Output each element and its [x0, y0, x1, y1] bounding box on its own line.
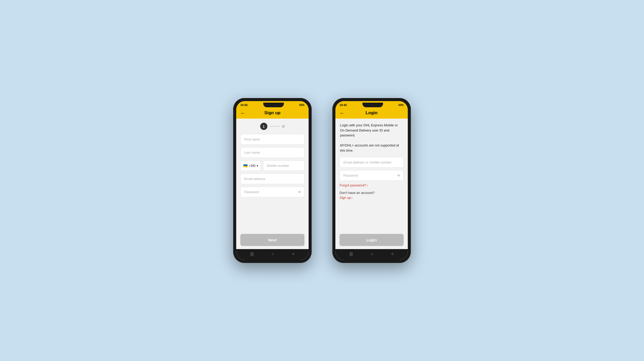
login-desc-main: Login with your DHL Express Mobile or On…: [340, 123, 398, 137]
login-eye-icon[interactable]: 👁: [397, 174, 401, 178]
signup-link-chevron: ›: [351, 196, 352, 200]
phone-row: 🇺🇦 +380 ▾: [240, 160, 304, 171]
login-phone: 14:42 63% ← Login Login with your DHL Ex…: [332, 98, 411, 263]
last-name-group: [240, 147, 304, 158]
step-line: [269, 126, 280, 127]
nav-back-icon[interactable]: <: [292, 252, 294, 256]
login-spacer: [340, 200, 404, 234]
step-2-dot: [282, 125, 285, 128]
login-bottom-nav: ||| ○ <: [335, 249, 408, 260]
login-header: ← Login: [335, 108, 408, 119]
signup-link[interactable]: Sign up ›: [340, 196, 404, 200]
signup-title: Sign up: [264, 110, 280, 116]
login-email-group: [340, 157, 404, 168]
mobile-input[interactable]: [263, 160, 304, 171]
login-description: Login with your DHL Express Mobile or On…: [340, 123, 404, 153]
chevron-down-icon: ▾: [257, 164, 258, 168]
signup-notch: [263, 103, 284, 107]
email-group: [240, 174, 304, 184]
signup-link-label: Sign up: [340, 196, 351, 200]
flag-icon: 🇺🇦: [243, 164, 248, 168]
step-1-circle: 1: [260, 123, 267, 130]
login-password-input[interactable]: [340, 170, 404, 181]
last-name-input[interactable]: [240, 147, 304, 158]
first-name-input[interactable]: [240, 134, 304, 145]
login-title: Login: [366, 110, 377, 116]
password-group: 👁: [240, 187, 304, 197]
signup-phone: 14:42 63% ← Sign up 1: [233, 98, 312, 263]
signup-bottom-nav: ||| ○ <: [236, 249, 309, 260]
signup-phone-inner: 14:42 63% ← Sign up 1: [236, 101, 309, 260]
signup-time: 14:42: [240, 103, 248, 106]
forgot-password-chevron: ›: [367, 183, 368, 187]
forgot-password-link[interactable]: Forgot password? ›: [340, 183, 404, 187]
signup-status-bar: 14:42 63%: [236, 101, 309, 108]
no-account-text: Don't have an account?: [340, 191, 404, 195]
nav-menu-icon[interactable]: |||: [250, 252, 253, 256]
country-selector[interactable]: 🇺🇦 +380 ▾: [240, 160, 261, 171]
login-back-button[interactable]: ←: [340, 110, 345, 116]
signup-back-button[interactable]: ←: [240, 110, 245, 116]
country-code: +380: [249, 164, 256, 168]
login-email-input[interactable]: [340, 157, 404, 168]
content-spacer: [240, 200, 304, 234]
email-input[interactable]: [240, 174, 304, 184]
eye-icon[interactable]: 👁: [298, 190, 301, 194]
login-time: 14:42: [340, 103, 347, 106]
login-notch: [362, 103, 383, 107]
next-button[interactable]: Next: [240, 234, 304, 246]
password-input[interactable]: [240, 187, 304, 197]
login-phone-inner: 14:42 63% ← Login Login with your DHL Ex…: [335, 101, 408, 260]
login-status-bar: 14:42 63%: [335, 101, 408, 108]
nav-home-icon[interactable]: ○: [272, 252, 274, 256]
login-nav-menu-icon[interactable]: |||: [350, 252, 353, 256]
signup-battery: 63%: [299, 104, 304, 106]
login-button[interactable]: Login: [340, 234, 404, 246]
login-nav-home-icon[interactable]: ○: [371, 252, 373, 256]
login-nav-back-icon[interactable]: <: [391, 252, 394, 256]
forgot-password-label: Forgot password?: [340, 183, 366, 187]
signup-header: ← Sign up: [236, 108, 309, 119]
login-desc-italic: MYDHL+ accounts are not supported at thi…: [340, 143, 399, 152]
login-password-group: 👁: [340, 170, 404, 181]
phones-container: 14:42 63% ← Sign up 1: [233, 98, 411, 263]
first-name-group: [240, 134, 304, 145]
login-battery: 63%: [399, 104, 404, 106]
signup-content: 1 🇺🇦 +380 ▾: [236, 119, 309, 249]
login-content: Login with your DHL Express Mobile or On…: [335, 119, 408, 249]
progress-steps: 1: [240, 123, 304, 130]
